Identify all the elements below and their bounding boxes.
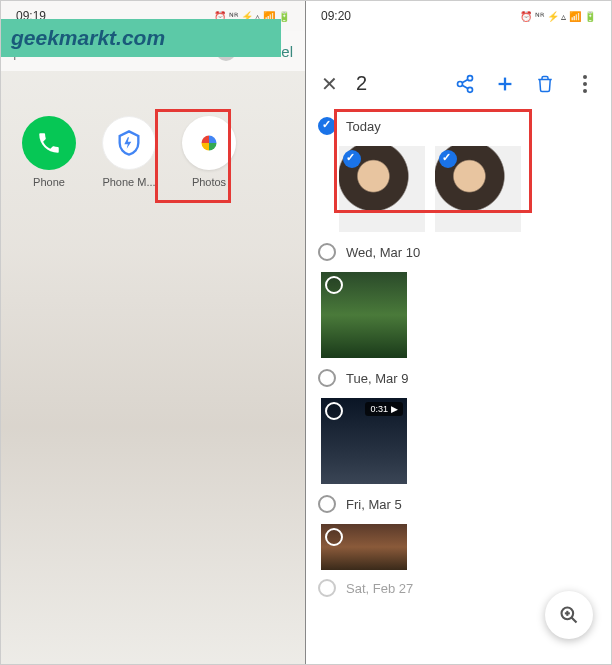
app-label: Phone: [33, 176, 65, 188]
status-icons: ⏰ ᴺᴿ ⚡ ▵ 📶 🔋: [520, 11, 596, 22]
app-results-row: Phone Phone M... Photos: [1, 116, 305, 188]
video-duration-badge: 0:31 ▶: [365, 402, 403, 416]
watermark: geekmarkt.com: [1, 19, 281, 57]
svg-line-4: [462, 85, 468, 88]
photo-thumb[interactable]: [318, 521, 410, 573]
more-icon[interactable]: [574, 73, 596, 95]
highlight-selected-photos: [334, 109, 532, 213]
thumb-checkbox-icon[interactable]: [325, 528, 343, 546]
svg-point-8: [583, 82, 587, 86]
date-label: Wed, Mar 10: [346, 245, 420, 260]
highlight-photos-app: [155, 109, 231, 203]
selection-count: 2: [356, 72, 436, 95]
checkbox-icon[interactable]: [318, 243, 336, 261]
search-pane: geekmarkt.com 09:19 ⏰ ᴺᴿ ⚡ ▵ 📶 🔋 pho ✕ C…: [1, 1, 306, 664]
checkbox-icon[interactable]: [318, 369, 336, 387]
thumbs-row: [306, 267, 611, 363]
svg-line-11: [572, 618, 577, 623]
zoom-fab[interactable]: [545, 591, 593, 639]
svg-point-2: [468, 87, 473, 92]
svg-line-3: [462, 79, 468, 82]
shield-icon: [102, 116, 156, 170]
share-icon[interactable]: [454, 73, 476, 95]
date-header[interactable]: Fri, Mar 5: [306, 489, 611, 519]
watermark-text: geekmarkt.com: [11, 26, 165, 50]
date-label: Sat, Feb 27: [346, 581, 413, 596]
add-icon[interactable]: [494, 73, 516, 95]
photos-selection-pane: 09:20 ⏰ ᴺᴿ ⚡ ▵ 📶 🔋 ✕ 2 Today Wed, Mar 10: [306, 1, 611, 664]
checkbox-icon[interactable]: [318, 579, 336, 597]
date-header[interactable]: Tue, Mar 9: [306, 363, 611, 393]
video-thumb[interactable]: 0:31 ▶: [318, 395, 410, 487]
checkbox-icon[interactable]: [318, 495, 336, 513]
photo-thumb[interactable]: [318, 269, 410, 361]
app-phone[interactable]: Phone: [13, 116, 85, 188]
svg-point-7: [583, 75, 587, 79]
close-icon[interactable]: ✕: [321, 72, 338, 96]
date-header[interactable]: Wed, Mar 10: [306, 237, 611, 267]
thumb-checkbox-icon[interactable]: [325, 402, 343, 420]
selection-toolbar: ✕ 2: [306, 56, 611, 111]
status-time: 09:20: [321, 9, 351, 23]
thumbs-row: 0:31 ▶: [306, 393, 611, 489]
svg-point-1: [458, 81, 463, 86]
phone-icon: [22, 116, 76, 170]
date-label: Fri, Mar 5: [346, 497, 402, 512]
app-label: Phone M...: [102, 176, 155, 188]
thumbs-row: [306, 519, 611, 575]
date-label: Tue, Mar 9: [346, 371, 408, 386]
trash-icon[interactable]: [534, 73, 556, 95]
svg-point-0: [468, 75, 473, 80]
thumb-checkbox-icon[interactable]: [325, 276, 343, 294]
status-bar-right: 09:20 ⏰ ᴺᴿ ⚡ ▵ 📶 🔋: [306, 1, 611, 31]
svg-point-9: [583, 89, 587, 93]
